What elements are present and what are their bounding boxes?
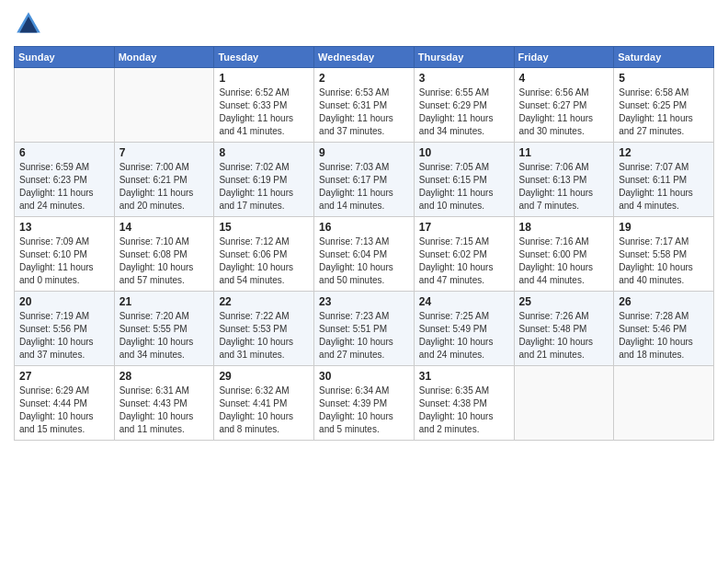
day-info: Sunrise: 6:34 AM Sunset: 4:39 PM Dayligh… xyxy=(319,385,409,436)
day-number: 19 xyxy=(619,221,709,234)
days-of-week-row: SundayMondayTuesdayWednesdayThursdayFrid… xyxy=(15,47,714,68)
calendar-cell: 21Sunrise: 7:20 AM Sunset: 5:55 PM Dayli… xyxy=(114,292,214,366)
day-number: 8 xyxy=(219,146,309,159)
calendar-cell: 11Sunrise: 7:06 AM Sunset: 6:13 PM Dayli… xyxy=(514,143,614,217)
day-info: Sunrise: 7:00 AM Sunset: 6:21 PM Dayligh… xyxy=(119,161,210,213)
day-number: 15 xyxy=(219,221,309,234)
calendar-cell xyxy=(15,68,115,143)
day-info: Sunrise: 6:52 AM Sunset: 6:33 PM Dayligh… xyxy=(219,86,309,138)
day-number: 10 xyxy=(419,146,509,159)
day-number: 12 xyxy=(619,146,709,159)
calendar-cell: 20Sunrise: 7:19 AM Sunset: 5:56 PM Dayli… xyxy=(15,292,115,366)
day-number: 22 xyxy=(219,295,309,308)
day-info: Sunrise: 7:25 AM Sunset: 5:49 PM Dayligh… xyxy=(419,310,509,362)
calendar-cell: 3Sunrise: 6:55 AM Sunset: 6:29 PM Daylig… xyxy=(414,68,514,143)
calendar-cell: 1Sunrise: 6:52 AM Sunset: 6:33 PM Daylig… xyxy=(214,68,314,143)
calendar-cell: 6Sunrise: 6:59 AM Sunset: 6:23 PM Daylig… xyxy=(15,143,115,217)
calendar-week-row: 20Sunrise: 7:19 AM Sunset: 5:56 PM Dayli… xyxy=(15,292,714,366)
day-info: Sunrise: 6:58 AM Sunset: 6:25 PM Dayligh… xyxy=(619,86,709,138)
day-number: 30 xyxy=(319,370,409,383)
day-info: Sunrise: 6:56 AM Sunset: 6:27 PM Dayligh… xyxy=(519,86,609,138)
calendar-cell: 31Sunrise: 6:35 AM Sunset: 4:38 PM Dayli… xyxy=(414,366,514,441)
day-of-week-header: Monday xyxy=(114,47,214,68)
calendar-cell: 10Sunrise: 7:05 AM Sunset: 6:15 PM Dayli… xyxy=(414,143,514,217)
day-info: Sunrise: 7:28 AM Sunset: 5:46 PM Dayligh… xyxy=(619,310,709,362)
day-number: 28 xyxy=(119,370,210,383)
calendar-cell: 17Sunrise: 7:15 AM Sunset: 6:02 PM Dayli… xyxy=(414,217,514,292)
calendar-cell: 12Sunrise: 7:07 AM Sunset: 6:11 PM Dayli… xyxy=(614,143,714,217)
day-info: Sunrise: 7:16 AM Sunset: 6:00 PM Dayligh… xyxy=(519,236,609,287)
day-info: Sunrise: 7:23 AM Sunset: 5:51 PM Dayligh… xyxy=(319,310,409,362)
day-info: Sunrise: 6:55 AM Sunset: 6:29 PM Dayligh… xyxy=(419,86,509,138)
calendar-week-row: 1Sunrise: 6:52 AM Sunset: 6:33 PM Daylig… xyxy=(15,68,714,143)
day-info: Sunrise: 7:05 AM Sunset: 6:15 PM Dayligh… xyxy=(419,161,509,213)
day-number: 7 xyxy=(119,146,210,159)
day-info: Sunrise: 6:29 AM Sunset: 4:44 PM Dayligh… xyxy=(19,385,109,436)
day-number: 17 xyxy=(419,221,509,234)
day-of-week-header: Sunday xyxy=(15,47,115,68)
day-info: Sunrise: 7:26 AM Sunset: 5:48 PM Dayligh… xyxy=(519,310,609,362)
calendar-cell: 22Sunrise: 7:22 AM Sunset: 5:53 PM Dayli… xyxy=(214,292,314,366)
day-info: Sunrise: 7:10 AM Sunset: 6:08 PM Dayligh… xyxy=(119,236,210,287)
day-number: 25 xyxy=(519,295,609,308)
calendar-cell: 16Sunrise: 7:13 AM Sunset: 6:04 PM Dayli… xyxy=(314,217,415,292)
day-info: Sunrise: 7:09 AM Sunset: 6:10 PM Dayligh… xyxy=(19,236,109,287)
page: SundayMondayTuesdayWednesdayThursdayFrid… xyxy=(0,0,728,454)
day-info: Sunrise: 7:20 AM Sunset: 5:55 PM Dayligh… xyxy=(119,310,210,362)
day-info: Sunrise: 7:22 AM Sunset: 5:53 PM Dayligh… xyxy=(219,310,309,362)
calendar-cell: 26Sunrise: 7:28 AM Sunset: 5:46 PM Dayli… xyxy=(614,292,714,366)
day-number: 13 xyxy=(19,221,109,234)
calendar-table: SundayMondayTuesdayWednesdayThursdayFrid… xyxy=(14,46,714,441)
day-of-week-header: Tuesday xyxy=(214,47,314,68)
calendar-cell: 24Sunrise: 7:25 AM Sunset: 5:49 PM Dayli… xyxy=(414,292,514,366)
calendar-cell: 19Sunrise: 7:17 AM Sunset: 5:58 PM Dayli… xyxy=(614,217,714,292)
day-number: 18 xyxy=(519,221,609,234)
day-of-week-header: Saturday xyxy=(614,47,714,68)
calendar-cell: 7Sunrise: 7:00 AM Sunset: 6:21 PM Daylig… xyxy=(114,143,214,217)
calendar-cell: 8Sunrise: 7:02 AM Sunset: 6:19 PM Daylig… xyxy=(214,143,314,217)
calendar-cell: 28Sunrise: 6:31 AM Sunset: 4:43 PM Dayli… xyxy=(114,366,214,441)
day-number: 5 xyxy=(619,72,709,85)
header xyxy=(14,9,714,39)
day-number: 21 xyxy=(119,295,210,308)
calendar-cell: 14Sunrise: 7:10 AM Sunset: 6:08 PM Dayli… xyxy=(114,217,214,292)
day-of-week-header: Friday xyxy=(514,47,614,68)
calendar-cell xyxy=(114,68,214,143)
day-number: 27 xyxy=(19,370,109,383)
day-number: 9 xyxy=(319,146,409,159)
day-number: 11 xyxy=(519,146,609,159)
day-of-week-header: Thursday xyxy=(414,47,514,68)
calendar-cell: 23Sunrise: 7:23 AM Sunset: 5:51 PM Dayli… xyxy=(314,292,415,366)
day-info: Sunrise: 7:03 AM Sunset: 6:17 PM Dayligh… xyxy=(319,161,409,213)
calendar-cell: 2Sunrise: 6:53 AM Sunset: 6:31 PM Daylig… xyxy=(314,68,415,143)
calendar-cell: 4Sunrise: 6:56 AM Sunset: 6:27 PM Daylig… xyxy=(514,68,614,143)
day-number: 1 xyxy=(219,72,309,85)
calendar-body: 1Sunrise: 6:52 AM Sunset: 6:33 PM Daylig… xyxy=(15,68,714,441)
day-info: Sunrise: 7:13 AM Sunset: 6:04 PM Dayligh… xyxy=(319,236,409,287)
day-number: 3 xyxy=(419,72,509,85)
day-number: 16 xyxy=(319,221,409,234)
day-info: Sunrise: 6:59 AM Sunset: 6:23 PM Dayligh… xyxy=(19,161,109,213)
day-info: Sunrise: 7:17 AM Sunset: 5:58 PM Dayligh… xyxy=(619,236,709,287)
day-info: Sunrise: 7:07 AM Sunset: 6:11 PM Dayligh… xyxy=(619,161,709,213)
calendar-cell: 5Sunrise: 6:58 AM Sunset: 6:25 PM Daylig… xyxy=(614,68,714,143)
calendar-cell: 29Sunrise: 6:32 AM Sunset: 4:41 PM Dayli… xyxy=(214,366,314,441)
day-number: 31 xyxy=(419,370,509,383)
calendar-cell xyxy=(614,366,714,441)
calendar-cell: 15Sunrise: 7:12 AM Sunset: 6:06 PM Dayli… xyxy=(214,217,314,292)
day-info: Sunrise: 7:19 AM Sunset: 5:56 PM Dayligh… xyxy=(19,310,109,362)
day-number: 26 xyxy=(619,295,709,308)
day-number: 6 xyxy=(19,146,109,159)
day-info: Sunrise: 6:35 AM Sunset: 4:38 PM Dayligh… xyxy=(419,385,509,436)
day-number: 4 xyxy=(519,72,609,85)
day-info: Sunrise: 7:15 AM Sunset: 6:02 PM Dayligh… xyxy=(419,236,509,287)
day-number: 20 xyxy=(19,295,109,308)
day-info: Sunrise: 6:31 AM Sunset: 4:43 PM Dayligh… xyxy=(119,385,210,436)
calendar-week-row: 6Sunrise: 6:59 AM Sunset: 6:23 PM Daylig… xyxy=(15,143,714,217)
calendar-cell: 30Sunrise: 6:34 AM Sunset: 4:39 PM Dayli… xyxy=(314,366,415,441)
calendar-cell: 27Sunrise: 6:29 AM Sunset: 4:44 PM Dayli… xyxy=(15,366,115,441)
calendar-cell: 9Sunrise: 7:03 AM Sunset: 6:17 PM Daylig… xyxy=(314,143,415,217)
day-info: Sunrise: 7:12 AM Sunset: 6:06 PM Dayligh… xyxy=(219,236,309,287)
day-number: 2 xyxy=(319,72,409,85)
day-number: 29 xyxy=(219,370,309,383)
